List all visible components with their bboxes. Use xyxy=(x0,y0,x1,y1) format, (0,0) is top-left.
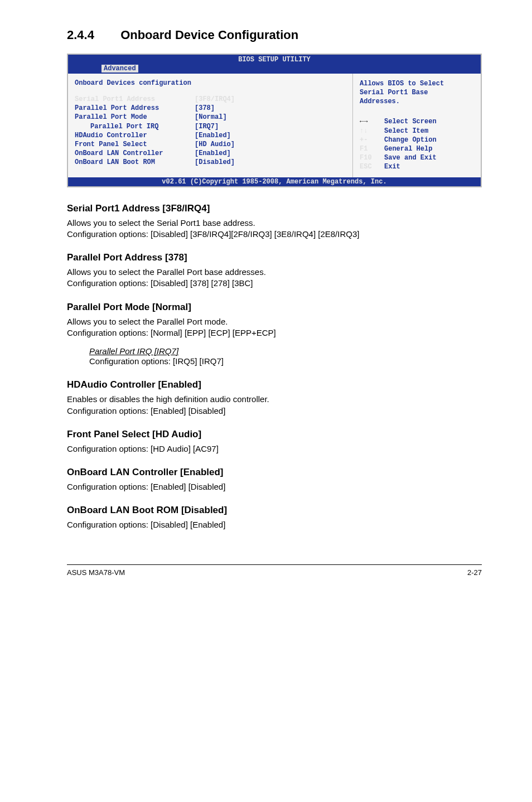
text-hdaudio-opts: Configuration options: [Enabled] [Disabl… xyxy=(67,405,482,417)
bios-option-row: Parallel Port Address[378] xyxy=(75,104,346,113)
bios-key-action: Select Item xyxy=(384,127,428,136)
bios-option-value: [Normal] xyxy=(195,113,227,122)
bios-option-value: [378] xyxy=(195,104,215,113)
bios-option-label: HDAudio Controller xyxy=(75,131,195,140)
bios-screenshot: BIOS SETUP UTILITY Advanced Onboard Devi… xyxy=(67,54,482,187)
bios-title: BIOS SETUP UTILITY xyxy=(68,55,481,65)
bios-left-pane: Onboard Devices configuration Serial Por… xyxy=(68,74,353,177)
section-heading: 2.4.4 Onboard Device Configuration xyxy=(67,28,482,42)
bios-option-label: OnBoard LAN Boot ROM xyxy=(75,158,195,167)
text-lan-controller-opts: Configuration options: [Enabled] [Disabl… xyxy=(67,481,482,492)
bios-option-list: Serial Port1 Address[3F8/IRQ4]Parallel P… xyxy=(75,95,346,167)
bios-key-name: ↑↓ xyxy=(360,127,384,136)
bios-key-row: ESCExit xyxy=(360,162,474,171)
text-parallel-mode-desc: Allows you to select the Parallel Port m… xyxy=(67,316,482,327)
text-hdaudio-desc: Enables or disables the high definition … xyxy=(67,394,482,405)
text-front-panel-opts: Configuration options: [HD Audio] [AC97] xyxy=(67,443,482,455)
bios-option-label: Serial Port1 Address xyxy=(75,95,195,104)
bios-help-text: Allows BIOS to SelectSerial Port1 BaseAd… xyxy=(360,79,474,107)
page-footer: ASUS M3A78-VM 2-27 xyxy=(67,564,482,577)
bios-key-row: +-Change Option xyxy=(360,136,474,144)
bios-key-action: General Help xyxy=(384,144,432,153)
bios-option-label: Parallel Port IRQ xyxy=(75,122,195,131)
bios-option-row: OnBoard LAN Boot ROM[Disabled] xyxy=(75,158,346,167)
heading-lan-boot-rom: OnBoard LAN Boot ROM [Disabled] xyxy=(67,505,482,516)
heading-parallel-irq: Parallel Port IRQ [IRQ7] xyxy=(89,346,482,356)
bios-option-value: [Enabled] xyxy=(195,149,231,158)
footer-left: ASUS M3A78-VM xyxy=(67,568,125,577)
section-number: 2.4.4 xyxy=(67,28,117,42)
bios-key-row: F10Save and Exit xyxy=(360,153,474,162)
heading-serial-port1: Serial Port1 Address [3F8/IRQ4] xyxy=(67,203,482,214)
bios-key-name: +- xyxy=(360,136,384,144)
bios-key-name: ←→ xyxy=(360,117,384,126)
bios-footer: v02.61 (C)Copyright 1985-2008, American … xyxy=(68,177,481,186)
bios-key-row: ←→Select Screen xyxy=(360,117,474,126)
bios-help-line: Allows BIOS to Select xyxy=(360,79,474,88)
bios-key-legend: ←→Select Screen↑↓Select Item+-Change Opt… xyxy=(360,117,474,171)
heading-lan-controller: OnBoard LAN Controller [Enabled] xyxy=(67,467,482,478)
bios-help-line: Serial Port1 Base xyxy=(360,88,474,97)
bios-key-row: ↑↓Select Item xyxy=(360,127,474,136)
heading-hdaudio: HDAudio Controller [Enabled] xyxy=(67,379,482,390)
bios-option-row: Front Panel Select[HD Audio] xyxy=(75,140,346,149)
bios-key-action: Save and Exit xyxy=(384,153,437,162)
bios-option-value: [IRQ7] xyxy=(195,122,219,131)
footer-right: 2-27 xyxy=(467,568,482,577)
bios-option-row: Parallel Port Mode[Normal] xyxy=(75,113,346,122)
bios-option-label: Parallel Port Address xyxy=(75,104,195,113)
text-parallel-irq-opts: Configuration options: [IRQ5] [IRQ7] xyxy=(89,356,482,367)
heading-parallel-mode: Parallel Port Mode [Normal] xyxy=(67,302,482,313)
bios-option-label: Parallel Port Mode xyxy=(75,113,195,122)
bios-key-action: Change Option xyxy=(384,136,437,144)
bios-active-tab: Advanced xyxy=(101,65,138,73)
bios-tab-row: Advanced xyxy=(68,65,481,74)
bios-key-name: F10 xyxy=(360,153,384,162)
text-serial-port1-desc: Allows you to select the Serial Port1 ba… xyxy=(67,218,482,229)
bios-option-value: [Disabled] xyxy=(195,158,235,167)
text-parallel-mode-opts: Configuration options: [Normal] [EPP] [E… xyxy=(67,327,482,339)
text-lan-boot-rom-opts: Configuration options: [Disabled] [Enabl… xyxy=(67,519,482,530)
bios-option-row: Serial Port1 Address[3F8/IRQ4] xyxy=(75,95,346,104)
section-title: Onboard Device Configuration xyxy=(120,28,298,42)
bios-key-action: Select Screen xyxy=(384,117,437,126)
bios-key-row: F1General Help xyxy=(360,144,474,153)
bios-key-name: ESC xyxy=(360,162,384,171)
bios-help-line: Addresses. xyxy=(360,97,474,106)
text-parallel-address-desc: Allows you to select the Parallel Port b… xyxy=(67,267,482,278)
text-parallel-address-opts: Configuration options: [Disabled] [378] … xyxy=(67,278,482,289)
bios-option-value: [Enabled] xyxy=(195,131,231,140)
bios-key-action: Exit xyxy=(384,162,400,171)
bios-key-name: F1 xyxy=(360,144,384,153)
bios-option-label: OnBoard LAN Controller xyxy=(75,149,195,158)
bios-option-row: OnBoard LAN Controller[Enabled] xyxy=(75,149,346,158)
heading-front-panel: Front Panel Select [HD Audio] xyxy=(67,429,482,440)
bios-option-label: Front Panel Select xyxy=(75,140,195,149)
bios-option-value: [3F8/IRQ4] xyxy=(195,95,235,104)
bios-option-row: HDAudio Controller[Enabled] xyxy=(75,131,346,140)
bios-option-row: Parallel Port IRQ[IRQ7] xyxy=(75,122,346,131)
bios-option-value: [HD Audio] xyxy=(195,140,235,149)
bios-panel-header: Onboard Devices configuration xyxy=(75,79,346,87)
bios-help-pane: Allows BIOS to SelectSerial Port1 BaseAd… xyxy=(353,74,481,177)
text-serial-port1-opts: Configuration options: [Disabled] [3F8/I… xyxy=(67,229,482,240)
heading-parallel-address: Parallel Port Address [378] xyxy=(67,252,482,263)
sub-block-parallel-irq: Parallel Port IRQ [IRQ7] Configuration o… xyxy=(89,346,482,367)
